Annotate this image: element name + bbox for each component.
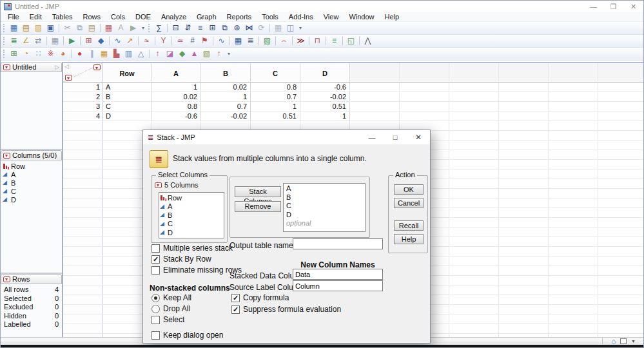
- cancel-button[interactable]: Cancel: [394, 198, 424, 208]
- toolbar-grip[interactable]: [3, 24, 5, 32]
- missing-data-pattern-icon[interactable]: ◫: [284, 22, 297, 34]
- print-icon[interactable]: ▦: [102, 22, 115, 34]
- toolbar-overflow-icon[interactable]: ▾: [225, 51, 233, 57]
- cell[interactable]: C: [103, 102, 151, 111]
- toolbar-grip[interactable]: [3, 37, 5, 45]
- menu-doe[interactable]: DOE: [130, 13, 156, 21]
- time-series-icon[interactable]: ⊓: [311, 35, 324, 47]
- cell[interactable]: 0.02: [151, 92, 201, 102]
- menu-cols[interactable]: Cols: [106, 13, 130, 21]
- subset-icon[interactable]: ⊟: [170, 22, 182, 34]
- collapse-panel-icon[interactable]: ◁: [64, 63, 69, 70]
- update-icon[interactable]: ⟳: [255, 22, 268, 34]
- fit-y-by-x-icon[interactable]: ∠: [20, 35, 32, 47]
- matched-pairs-icon[interactable]: ⇄: [32, 35, 44, 47]
- column-item-b[interactable]: ◢B: [1, 179, 62, 187]
- select-columns-list[interactable]: Row◢A◢B◢C◢D: [159, 192, 224, 238]
- dialog-title-bar[interactable]: ≣ Stack - JMP —□✕: [143, 130, 430, 144]
- checkbox-box[interactable]: [231, 305, 240, 314]
- new-journal-icon[interactable]: ▤: [20, 22, 32, 34]
- status-dropdown-icon[interactable]: ▼: [631, 339, 636, 343]
- columns-panel-header[interactable]: Columns (5/0): [1, 150, 62, 160]
- window-list-icon[interactable]: [620, 338, 627, 344]
- rows-menu-icon[interactable]: [3, 276, 10, 282]
- process-screening-icon[interactable]: ≫: [295, 35, 307, 47]
- stack-list-item-b[interactable]: B: [286, 193, 362, 202]
- recall-button[interactable]: Recall: [394, 220, 424, 231]
- control-chart-builder-icon[interactable]: ∿: [215, 35, 228, 47]
- output-table-input[interactable]: [293, 238, 383, 249]
- stack-list-item-a[interactable]: A: [286, 184, 362, 193]
- stacked-data-column-input[interactable]: [293, 269, 383, 280]
- menu-add-ins[interactable]: Add-Ins: [284, 13, 318, 21]
- column-header-d[interactable]: D: [300, 63, 350, 82]
- distribution-bars-icon[interactable]: ≣: [244, 35, 257, 47]
- run-script-icon[interactable]: ▶: [127, 22, 139, 34]
- heat-map-icon[interactable]: ▦: [98, 48, 110, 60]
- column-item-c[interactable]: ◢C: [1, 187, 62, 195]
- sort-icon[interactable]: ⇵: [182, 22, 194, 34]
- checkbox-box[interactable]: [151, 331, 160, 340]
- menu-help[interactable]: Help: [380, 13, 405, 21]
- column-header-a[interactable]: A: [151, 63, 201, 82]
- tabulate-icon[interactable]: ▦: [272, 22, 284, 34]
- cluster-plot-icon[interactable]: ※: [44, 48, 57, 60]
- menu-reports[interactable]: Reports: [222, 13, 257, 21]
- partition-icon[interactable]: Y: [157, 35, 170, 47]
- ternary-plot-icon[interactable]: △: [135, 48, 147, 60]
- menu-window[interactable]: Window: [344, 13, 379, 21]
- cell[interactable]: 0.7: [201, 102, 251, 111]
- column-item-a[interactable]: ◢A: [1, 170, 62, 179]
- radio-circle[interactable]: [151, 305, 160, 313]
- dialog-minimize-icon[interactable]: —: [360, 130, 384, 144]
- nonlinear-icon[interactable]: ↗: [124, 35, 136, 47]
- ternary-analyze-icon[interactable]: ⋀: [362, 35, 374, 47]
- select-columns-item-row[interactable]: Row: [160, 193, 223, 202]
- toolbar-overflow-icon[interactable]: ▾: [139, 25, 147, 31]
- checkbox-box[interactable]: [231, 294, 240, 302]
- cell[interactable]: 1: [251, 102, 300, 111]
- column-header-b[interactable]: B: [201, 63, 251, 82]
- pdf-preview-icon[interactable]: A: [115, 22, 127, 34]
- cell[interactable]: D: [103, 111, 151, 121]
- radio-circle[interactable]: [151, 294, 160, 302]
- rows-panel-header[interactable]: Rows: [1, 274, 62, 284]
- formula-icon[interactable]: ▶: [66, 35, 78, 47]
- stack-list-item-c[interactable]: C: [286, 202, 362, 211]
- keep-all-radio[interactable]: Keep All: [151, 293, 191, 302]
- fit-life-icon[interactable]: ⌢: [278, 35, 290, 47]
- cell[interactable]: 0.51: [251, 111, 300, 121]
- parallel-plot-icon[interactable]: ∥: [86, 48, 98, 60]
- select-checkbox[interactable]: Select: [151, 315, 184, 324]
- dialog-close-icon[interactable]: ✕: [407, 130, 430, 144]
- cell[interactable]: -0.02: [300, 92, 350, 102]
- fit-model-icon[interactable]: ≃: [174, 35, 186, 47]
- source-label-column-input[interactable]: [293, 280, 383, 291]
- scatterplot-icon[interactable]: ∷: [32, 48, 44, 60]
- surface-plot-icon[interactable]: ◆: [176, 48, 188, 60]
- menu-analyze[interactable]: Analyze: [156, 13, 191, 21]
- transpose-icon[interactable]: ⧉: [219, 22, 231, 34]
- cell[interactable]: 0.51: [300, 102, 350, 111]
- cell[interactable]: 0.8: [151, 102, 201, 111]
- row-number[interactable]: 2: [63, 92, 103, 102]
- graph-builder-small-icon[interactable]: ▧: [261, 35, 273, 47]
- mixture-profiler-icon[interactable]: ▲: [188, 48, 200, 60]
- cell[interactable]: 1: [201, 92, 251, 102]
- treemap-icon[interactable]: ▙: [110, 48, 122, 60]
- cell-plot-icon[interactable]: ▥: [122, 48, 135, 60]
- join-icon[interactable]: ⋈: [243, 22, 255, 34]
- dialog-maximize-icon[interactable]: □: [384, 130, 407, 144]
- bubble-plot-icon[interactable]: ●: [73, 48, 86, 60]
- grid-corner[interactable]: ◁: [63, 63, 103, 82]
- tabulate-table-icon[interactable]: ▦: [232, 35, 244, 47]
- contour-plot-icon[interactable]: ◪: [164, 48, 176, 60]
- new-data-table-icon[interactable]: ▦: [8, 22, 20, 34]
- graph-builder-icon[interactable]: ⊞: [8, 48, 20, 60]
- cell[interactable]: -0.6: [300, 82, 350, 92]
- toolbar-grip[interactable]: [3, 50, 5, 58]
- table-menu-icon[interactable]: [3, 64, 10, 70]
- cell[interactable]: 0.02: [201, 82, 251, 92]
- paste-icon[interactable]: ▤: [86, 22, 98, 34]
- checkbox-box[interactable]: [151, 244, 160, 253]
